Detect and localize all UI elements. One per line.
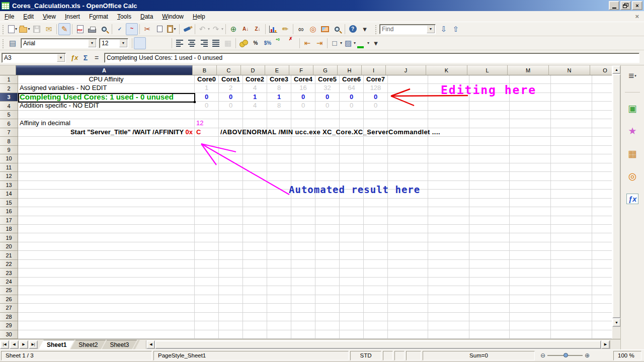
sheet-tab-sheet1[interactable]: Sheet1 [39,340,74,349]
cell-D21[interactable] [243,251,267,259]
email-document-button[interactable]: ✉ [43,23,55,35]
cell-M12[interactable] [510,172,551,180]
row-header-17[interactable]: 17 [0,216,18,225]
cell-A11[interactable] [18,163,195,172]
cell-C12[interactable] [219,172,243,180]
cell-D1[interactable]: Core2 [243,75,267,84]
cell-K6[interactable] [428,119,469,128]
cell-G12[interactable] [315,172,340,180]
cell-F2[interactable]: 16 [291,84,315,93]
cell-L30[interactable] [469,330,510,339]
cell-A3[interactable]: Completing Used Cores: 1 used - 0 unused [18,93,195,102]
cell-I3[interactable]: 0 [364,93,388,102]
cell-G22[interactable] [315,260,340,268]
delete-decimal-place-button[interactable] [286,37,298,49]
cell-M1[interactable] [510,75,551,84]
open-button[interactable]: ▾ [19,23,31,35]
paste-button[interactable]: ▾ [166,23,178,35]
cell-L14[interactable] [469,190,510,198]
cell-K29[interactable] [428,321,469,330]
cell-D24[interactable] [243,278,267,286]
cell-L25[interactable] [469,286,510,295]
cell-G15[interactable] [315,199,340,207]
spellcheck-button[interactable] [114,23,126,35]
cell-A25[interactable] [18,286,195,295]
cell-C4[interactable]: 0 [219,102,243,110]
cell-I28[interactable] [364,313,388,321]
cell-J6[interactable] [388,119,428,128]
cell-J23[interactable] [388,268,428,277]
font-name-combo[interactable]: Arial ▼ [21,38,97,48]
cell-L13[interactable] [469,181,510,190]
styles-and-formatting-button[interactable]: ★ [624,123,641,138]
row-header-27[interactable]: 27 [0,304,18,312]
show-draw-functions-button[interactable]: ✏ [279,23,291,35]
cell-H9[interactable] [340,146,364,154]
cell-N24[interactable] [551,278,592,286]
cell-K25[interactable] [428,286,469,295]
hyperlink-button[interactable]: ⊕ [227,23,239,35]
cell-D25[interactable] [243,286,267,295]
cell-I13[interactable] [364,181,388,190]
font-size-dropdown[interactable]: ▼ [119,39,127,47]
cell-G11[interactable] [315,163,340,172]
cell-L4[interactable] [469,102,510,110]
cell-H14[interactable] [340,190,364,198]
cell-F26[interactable] [291,295,315,304]
last-sheet-button[interactable]: ▶| [29,340,38,349]
cell-L23[interactable] [469,268,510,277]
cell-J13[interactable] [388,181,428,190]
sort-descending-button[interactable]: Z↓ [252,23,264,35]
cell-C7[interactable]: /ABOVENORMAL /MIN ucc.exe XC_Core.XC_Ser… [219,128,243,137]
cell-B4[interactable]: 0 [195,102,219,110]
status-sum[interactable]: Sum=0 [423,351,535,360]
cell-A5[interactable] [18,111,195,119]
cell-J26[interactable] [388,295,428,304]
cell-N25[interactable] [551,286,592,295]
cell-K12[interactable] [428,172,469,180]
cell-N20[interactable] [551,242,592,251]
background-color-button[interactable]: ▨▾ [343,37,356,49]
cell-N18[interactable] [551,225,592,233]
find-down-button[interactable]: ⇩ [438,23,450,35]
cell-C1[interactable]: Core1 [219,75,243,84]
cell-K23[interactable] [428,268,469,277]
cell-K20[interactable] [428,242,469,251]
cell-G25[interactable] [315,286,340,295]
cell-G23[interactable] [315,268,340,277]
menu-window[interactable]: Window [157,12,188,21]
row-header-8[interactable]: 8 [0,137,18,145]
cell-L27[interactable] [469,304,510,312]
cell-D9[interactable] [243,146,267,154]
cell-G20[interactable] [315,242,340,251]
cell-B18[interactable] [195,225,219,233]
styles-window-button[interactable]: ▤ [7,37,19,49]
cell-K26[interactable] [428,295,469,304]
cell-G5[interactable] [315,111,340,119]
cell-A16[interactable] [18,207,195,216]
cell-E17[interactable] [267,216,291,225]
cell-A9[interactable] [18,146,195,154]
cell-I20[interactable] [364,242,388,251]
cell-A15[interactable] [18,199,195,207]
cell-E12[interactable] [267,172,291,180]
cell-G1[interactable]: Core5 [315,75,340,84]
cell-N13[interactable] [551,181,592,190]
cell-K19[interactable] [428,233,469,242]
cell-J22[interactable] [388,260,428,268]
cell-D4[interactable]: 4 [243,102,267,110]
cell-I12[interactable] [364,172,388,180]
cell-L28[interactable] [469,313,510,321]
cell-G14[interactable] [315,190,340,198]
cell-C5[interactable] [219,111,243,119]
cell-D15[interactable] [243,199,267,207]
cell-A24[interactable] [18,278,195,286]
cell-N6[interactable] [551,119,592,128]
number-format-percent-button[interactable]: % [250,37,262,49]
cell-M28[interactable] [510,313,551,321]
cell-B9[interactable] [195,146,219,154]
row-header-25[interactable]: 25 [0,286,18,295]
cell-M19[interactable] [510,233,551,242]
cell-F30[interactable] [291,330,315,339]
sort-ascending-button[interactable]: A↓ [239,23,252,35]
